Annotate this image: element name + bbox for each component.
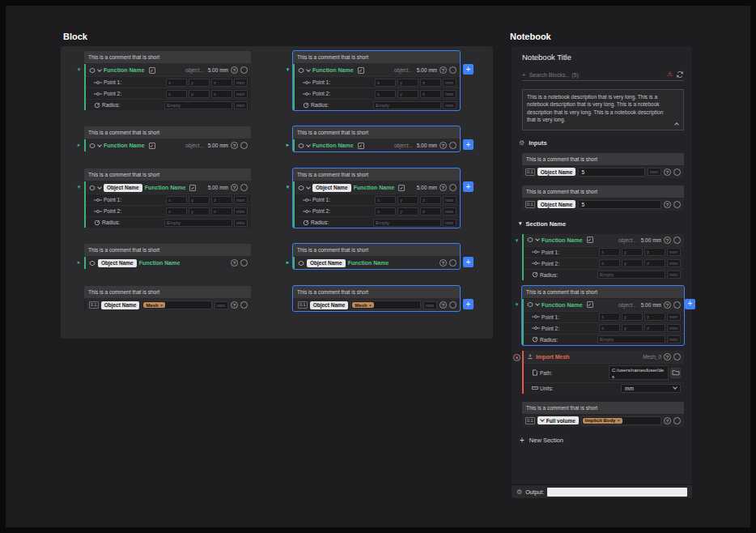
chevron-down-icon[interactable] — [306, 143, 311, 147]
chevron-down-icon[interactable] — [97, 185, 102, 190]
circle-toggle-icon[interactable] — [673, 168, 681, 176]
expand-toggle-icon[interactable]: ▾ — [284, 184, 291, 190]
radius-input[interactable] — [373, 219, 441, 227]
implicit-body-chip[interactable]: Implicit Body× — [583, 418, 622, 424]
chevron-down-icon[interactable] — [306, 67, 311, 72]
expand-toggle-icon[interactable]: ▸ — [75, 142, 83, 147]
help-icon[interactable]: ? — [664, 237, 671, 244]
radius-input[interactable] — [597, 335, 665, 343]
checkbox-icon[interactable]: ✓ — [358, 67, 364, 74]
chip-close-icon[interactable]: × — [160, 303, 164, 308]
add-block-button[interactable]: + — [685, 299, 695, 309]
block-header[interactable]: Function Name ✓ object... 5.00 mm ? — [295, 64, 460, 76]
chevron-up-icon[interactable] — [674, 122, 679, 127]
block-comment[interactable]: This is a comment that is short — [293, 244, 460, 256]
block-comment[interactable]: This is a comment that is short — [293, 126, 460, 139]
expand-toggle-icon[interactable]: ▸ — [284, 142, 291, 147]
block-comment[interactable]: This is a comment that is short — [84, 286, 251, 298]
circle-toggle-icon[interactable] — [673, 353, 681, 360]
circle-toggle-icon[interactable] — [673, 301, 681, 309]
y-input[interactable] — [397, 79, 418, 87]
chip-close-icon[interactable]: × — [617, 418, 620, 423]
y-input[interactable] — [189, 90, 210, 98]
circle-toggle-icon[interactable] — [240, 142, 248, 149]
block-header[interactable]: 0.1 Object Name Mesh× mm ? — [295, 299, 460, 311]
object-name-badge[interactable]: Object Name — [537, 200, 576, 208]
help-icon[interactable]: ? — [440, 301, 447, 309]
chevron-down-icon[interactable] — [535, 301, 540, 306]
notebook-description[interactable]: This is a notebook description that is v… — [522, 89, 684, 130]
circle-toggle-icon[interactable] — [673, 237, 681, 244]
x-input[interactable] — [166, 207, 187, 215]
y-input[interactable] — [622, 313, 643, 321]
block-comment[interactable]: This is a comment that is short — [293, 51, 460, 63]
y-input[interactable] — [397, 207, 418, 215]
x-input[interactable] — [375, 207, 396, 215]
z-input[interactable] — [420, 196, 441, 204]
units-dropdown[interactable]: mm — [621, 384, 681, 393]
circle-toggle-icon[interactable] — [240, 301, 248, 309]
block-header[interactable]: Function Name ✓ object... 5.00 mm ? — [86, 139, 251, 151]
checkbox-icon[interactable]: ✓ — [149, 143, 155, 149]
block-header[interactable]: Object Name Function Name ? — [86, 257, 251, 269]
value-field[interactable]: Mesh× — [350, 301, 421, 309]
expand-toggle-icon[interactable]: ▾ — [513, 354, 520, 361]
circle-toggle-icon[interactable] — [240, 184, 248, 191]
sync-icon[interactable] — [676, 70, 684, 79]
block-comment[interactable]: This is a comment that is short — [293, 168, 460, 181]
output-field[interactable] — [547, 488, 687, 497]
y-input[interactable] — [189, 79, 210, 87]
chevron-down-icon[interactable] — [97, 143, 102, 147]
block-header[interactable]: Import Mesh Mesh_0 ? — [524, 351, 684, 363]
add-block-button[interactable]: + — [463, 181, 474, 192]
help-icon[interactable]: ? — [664, 353, 671, 360]
checkbox-icon[interactable]: ✓ — [398, 185, 405, 191]
help-icon[interactable]: ? — [664, 168, 671, 176]
notebook-title[interactable]: Notebook Title — [522, 53, 684, 62]
x-input[interactable] — [375, 196, 396, 204]
y-input[interactable] — [622, 324, 643, 332]
radius-input[interactable] — [597, 271, 665, 279]
help-icon[interactable]: ? — [231, 259, 238, 266]
chip-close-icon[interactable]: × — [369, 303, 372, 308]
expand-toggle-icon[interactable]: ▸ — [284, 259, 291, 265]
x-input[interactable] — [599, 324, 620, 332]
z-input[interactable] — [420, 90, 441, 98]
checkbox-icon[interactable]: ✓ — [149, 67, 155, 74]
radius-input[interactable] — [164, 101, 232, 109]
expand-toggle-icon[interactable]: ▾ — [75, 184, 83, 190]
circle-toggle-icon[interactable] — [449, 184, 457, 191]
help-icon[interactable]: ? — [231, 301, 238, 309]
x-input[interactable] — [599, 313, 620, 321]
add-block-button[interactable]: + — [463, 299, 474, 309]
circle-toggle-icon[interactable] — [673, 417, 681, 424]
circle-toggle-icon[interactable] — [449, 301, 457, 309]
checkbox-icon[interactable]: ✓ — [189, 185, 196, 191]
block-header[interactable]: Function Name ✓ object... 5.00 mm ? — [524, 299, 684, 311]
help-icon[interactable]: ? — [231, 184, 238, 191]
y-input[interactable] — [397, 196, 418, 204]
value-field[interactable]: Implicit Body× — [581, 416, 661, 425]
object-name-badge[interactable]: Object Name — [537, 168, 576, 176]
value-input[interactable] — [578, 200, 661, 209]
z-input[interactable] — [644, 248, 665, 256]
z-input[interactable] — [420, 207, 441, 215]
x-input[interactable] — [599, 259, 620, 267]
x-input[interactable] — [599, 248, 620, 256]
expand-toggle-icon[interactable]: ▾ — [513, 237, 520, 243]
block-comment[interactable]: This is a comment that is short — [84, 126, 251, 139]
mesh-chip[interactable]: Mesh× — [143, 302, 165, 308]
block-header[interactable]: Function Name ✓ object... 5.00 mm ? — [86, 64, 251, 76]
object-name-badge[interactable]: Object Name — [98, 259, 137, 267]
checkbox-icon[interactable]: ✓ — [358, 143, 364, 149]
circle-toggle-icon[interactable] — [449, 259, 457, 266]
object-name-badge[interactable]: Object Name — [310, 301, 349, 309]
block-comment[interactable]: This is a comment that is short — [522, 286, 684, 298]
circle-toggle-icon[interactable] — [673, 201, 681, 208]
object-name-badge[interactable]: Object Name — [307, 259, 346, 267]
radius-input[interactable] — [373, 101, 441, 109]
radius-input[interactable] — [164, 219, 232, 227]
section-header[interactable]: ▾ Section Name — [519, 220, 684, 228]
y-input[interactable] — [189, 207, 210, 215]
help-icon[interactable]: ? — [440, 184, 447, 191]
